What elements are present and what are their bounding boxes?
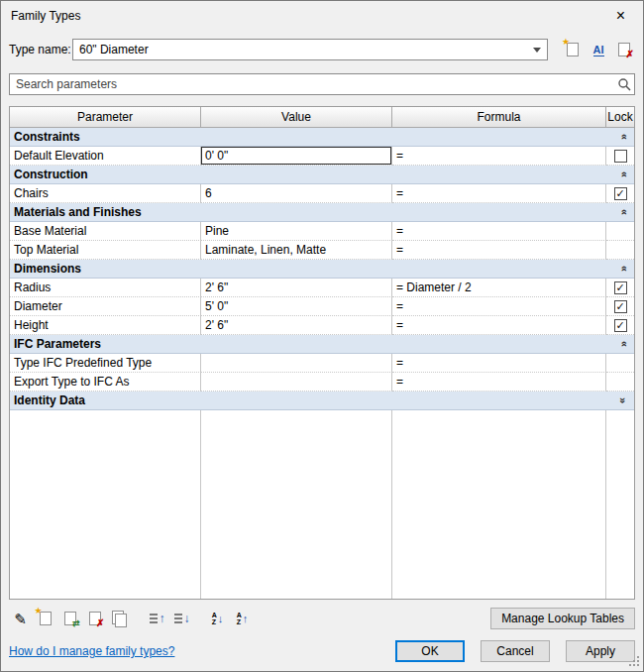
section-title: Dimensions xyxy=(14,262,620,276)
close-icon: × xyxy=(616,7,625,25)
search-icon xyxy=(614,77,634,91)
search-input[interactable] xyxy=(10,77,614,91)
cancel-button[interactable]: Cancel xyxy=(481,640,550,662)
move-up-icon: ↑ xyxy=(149,611,164,626)
edit-parameter-button[interactable]: ✎ xyxy=(9,608,32,630)
value-cell[interactable]: Laminate, Linen, Matte xyxy=(201,241,392,260)
formula-cell[interactable]: = xyxy=(392,316,606,335)
formula-cell[interactable]: = xyxy=(392,147,606,166)
value-cell[interactable]: 5' 0" xyxy=(201,297,392,316)
column-header-formula[interactable]: Formula xyxy=(392,107,606,128)
param-row: Default Elevation0' 0"= xyxy=(10,147,634,166)
window-title: Family Types xyxy=(11,9,80,23)
column-header-value[interactable]: Value xyxy=(201,107,392,128)
column-header-parameter[interactable]: Parameter xyxy=(10,107,201,128)
lock-cell[interactable]: ✓ xyxy=(606,316,634,335)
value-cell[interactable]: 0' 0" xyxy=(201,147,392,166)
rename-icon: AI xyxy=(593,44,604,56)
lock-cell[interactable]: ✓ xyxy=(606,184,634,203)
section-header-construction[interactable]: Construction» xyxy=(10,166,634,184)
section-header-identity-data[interactable]: Identity Data» xyxy=(10,392,634,410)
value-cell[interactable] xyxy=(201,373,392,392)
family-types-dialog: Family Types × Type name: 60" Diameter ★… xyxy=(0,0,644,672)
sort-ascending-button[interactable]: AZ↓ xyxy=(206,608,229,630)
new-parameter-button[interactable]: ★ xyxy=(34,608,56,630)
apply-button[interactable]: Apply xyxy=(566,640,635,662)
lock-checkbox[interactable]: ✓ xyxy=(614,319,627,332)
param-row: Export Type to IFC As= xyxy=(10,373,634,392)
lock-checkbox[interactable] xyxy=(614,150,627,163)
chevron-double-up-icon: » xyxy=(617,209,629,215)
resize-grip-icon[interactable] xyxy=(628,656,639,667)
lock-checkbox[interactable]: ✓ xyxy=(614,300,627,313)
lock-cell xyxy=(606,222,634,241)
sort-ascending-icon: AZ↓ xyxy=(212,612,224,625)
lock-cell[interactable]: ✓ xyxy=(606,297,634,316)
formula-cell[interactable]: = xyxy=(392,222,606,241)
value-cell[interactable] xyxy=(201,354,392,373)
manage-lookup-tables-button[interactable]: Manage Lookup Tables xyxy=(490,608,635,629)
formula-cell[interactable]: = xyxy=(392,184,606,203)
delete-type-button[interactable]: ✗ xyxy=(613,39,635,60)
param-row: Diameter5' 0"=✓ xyxy=(10,297,634,316)
section-title: Construction xyxy=(14,168,620,181)
formula-cell[interactable]: = xyxy=(392,373,606,392)
lock-cell[interactable] xyxy=(606,147,634,166)
column-header-lock[interactable]: Lock xyxy=(606,107,634,128)
rename-type-button[interactable]: AI xyxy=(588,39,609,60)
parameter-name-cell[interactable]: Top Material xyxy=(10,241,201,260)
close-button[interactable]: × xyxy=(598,1,643,31)
dialog-content: Type name: 60" Diameter ★ AI ✗ Parameter… xyxy=(1,31,643,671)
delete-parameter-button[interactable]: ✗ xyxy=(83,608,106,630)
chevron-double-down-icon: » xyxy=(617,397,629,403)
value-cell[interactable]: 2' 6" xyxy=(201,316,392,335)
parameter-name-cell[interactable]: Diameter xyxy=(10,297,201,316)
formula-cell[interactable]: = xyxy=(392,297,606,316)
formula-cell[interactable]: = xyxy=(392,354,606,373)
lock-checkbox[interactable]: ✓ xyxy=(614,281,627,294)
section-header-constraints[interactable]: Constraints» xyxy=(10,128,634,147)
type-name-value: 60" Diameter xyxy=(79,43,149,56)
table-empty-area xyxy=(10,410,634,599)
parameter-name-cell[interactable]: Chairs xyxy=(10,184,201,203)
new-type-button[interactable]: ★ xyxy=(562,39,584,60)
parameter-toolbar: ✎ ★ ⇄ ✗ ↑ ↓ AZ↓ AZ↑ Manage Lookup Tables xyxy=(9,606,635,631)
parameter-name-cell[interactable]: Base Material xyxy=(10,222,201,241)
ok-button[interactable]: OK xyxy=(395,640,465,662)
type-name-dropdown[interactable]: 60" Diameter xyxy=(72,39,548,60)
pencil-icon: ✎ xyxy=(14,612,27,626)
parameter-name-cell[interactable]: Type IFC Predefined Type xyxy=(10,354,201,373)
copy-parameter-button[interactable] xyxy=(108,608,131,630)
parameter-name-cell[interactable]: Radius xyxy=(10,279,201,297)
help-link[interactable]: How do I manage family types? xyxy=(9,644,174,658)
sort-descending-button[interactable]: AZ↑ xyxy=(231,608,254,630)
section-header-ifc-parameters[interactable]: IFC Parameters» xyxy=(10,335,634,354)
section-title: Materials and Finishes xyxy=(14,205,620,219)
parameter-name-cell[interactable]: Height xyxy=(10,316,201,335)
section-header-dimensions[interactable]: Dimensions» xyxy=(10,260,634,279)
sort-descending-icon: AZ↑ xyxy=(237,612,249,625)
move-parameter-up-button[interactable]: ↑ xyxy=(145,608,167,630)
section-header-materials-and-finishes[interactable]: Materials and Finishes» xyxy=(10,203,634,222)
associate-parameter-icon: ⇄ xyxy=(64,612,76,625)
lock-cell[interactable]: ✓ xyxy=(606,279,634,297)
param-row: Type IFC Predefined Type= xyxy=(10,354,634,373)
param-row: Base MaterialPine= xyxy=(10,222,634,241)
parameter-name-cell[interactable]: Default Elevation xyxy=(10,147,201,166)
associate-parameter-button[interactable]: ⇄ xyxy=(58,608,81,630)
type-name-row: Type name: 60" Diameter ★ AI ✗ xyxy=(9,38,635,61)
formula-cell[interactable]: = Diameter / 2 xyxy=(392,279,606,297)
table-body: Constraints»Default Elevation0' 0"=Const… xyxy=(10,128,634,599)
value-cell[interactable]: 6 xyxy=(201,184,392,203)
section-title: Constraints xyxy=(14,130,620,144)
move-parameter-down-button[interactable]: ↓ xyxy=(169,608,192,630)
formula-cell[interactable]: = xyxy=(392,241,606,260)
lock-checkbox[interactable]: ✓ xyxy=(614,187,627,200)
bottom-bar: How do I manage family types? OK Cancel … xyxy=(9,639,635,663)
parameter-name-cell[interactable]: Export Type to IFC As xyxy=(10,373,201,392)
value-cell[interactable]: Pine xyxy=(201,222,392,241)
parameter-table: ParameterValueFormulaLock Constraints»De… xyxy=(9,106,635,600)
section-title: Identity Data xyxy=(14,393,620,407)
value-cell[interactable]: 2' 6" xyxy=(201,279,392,297)
value-edit-field[interactable]: 0' 0" xyxy=(201,147,391,165)
